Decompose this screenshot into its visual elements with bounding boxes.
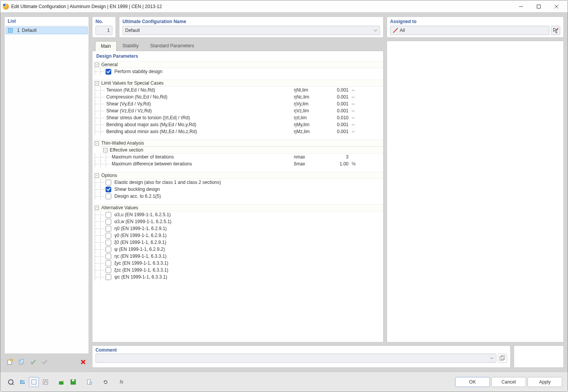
param-value[interactable]: 0.001 [319, 129, 350, 134]
checkbox[interactable] [106, 69, 111, 75]
reset-button[interactable] [101, 377, 111, 387]
function-button[interactable]: fx [117, 377, 127, 387]
param-symbol: ηNt,lim [292, 87, 319, 93]
param-row: ξzc (EN 1999-1-1, 6.3.3.1) [92, 267, 383, 274]
tabs: Main Stability Standard Parameters [92, 41, 384, 51]
checkbox[interactable] [106, 212, 111, 218]
checkbox[interactable] [106, 233, 111, 239]
param-value[interactable]: 0.001 [319, 87, 350, 93]
comment-preview [514, 345, 564, 368]
group-header[interactable]: −Thin-Walled Analysis [92, 140, 383, 147]
clipboard-button[interactable] [84, 377, 94, 387]
group-header[interactable]: −General [92, 61, 383, 68]
checkbox[interactable] [106, 219, 111, 225]
param-label: η0 (EN 1999-1-1, 6.2.9.1) [114, 226, 381, 231]
load-button[interactable] [57, 377, 67, 387]
param-label: α3,w (EN 1999-1-1, 6.2.5.1) [114, 219, 381, 224]
svg-rect-1 [537, 5, 541, 8]
param-label: Maximum number of iterations [111, 154, 292, 160]
checkbox[interactable] [106, 193, 111, 199]
uncheck-all-button[interactable] [40, 357, 50, 367]
param-value[interactable]: 0.010 [319, 115, 350, 120]
svg-rect-27 [72, 380, 74, 381]
list-item-default[interactable]: 1 Default [5, 27, 88, 34]
save-button[interactable] [68, 377, 78, 387]
preview-panel [387, 41, 564, 342]
maximize-button[interactable] [530, 0, 548, 13]
group-label: Effective section [110, 147, 381, 153]
param-row: Maximum number of iterationsnmax3 [92, 153, 383, 160]
no-value: 1 [107, 28, 110, 33]
comment-field[interactable] [96, 354, 496, 363]
param-value[interactable]: 0.001 [319, 101, 350, 107]
param-label: ξyc (EN 1999-1-1, 6.3.3.1) [114, 260, 381, 266]
group-header[interactable]: −Alternative Values [92, 204, 383, 211]
checkbox[interactable] [106, 240, 111, 245]
collapse-icon: − [95, 173, 99, 178]
group-header[interactable]: −Options [92, 172, 383, 179]
app-icon [3, 3, 9, 10]
checkbox[interactable] [106, 187, 111, 192]
checkbox[interactable] [106, 247, 111, 252]
copy-button[interactable] [17, 357, 27, 367]
param-label: Maximum difference between iterations [111, 161, 292, 167]
assigned-field[interactable]: All [390, 26, 550, 35]
list-header: List [5, 17, 89, 26]
check-all-button[interactable] [28, 357, 38, 367]
param-label: α3,u (EN 1999-1-1, 6.2.5.1) [114, 212, 381, 217]
param-unit: -- [350, 87, 381, 93]
units-button[interactable]: 0,00 [17, 377, 27, 387]
group-label: Options [101, 173, 381, 178]
checkbox[interactable] [106, 180, 111, 185]
group-header[interactable]: −Limit Values for Special Cases [92, 80, 383, 87]
param-value[interactable]: 0.001 [319, 122, 350, 127]
param-row: Tension (Nt,Ed / No,Rd)ηNt,lim0.001-- [92, 87, 383, 93]
tab-main[interactable]: Main [95, 41, 117, 51]
param-value[interactable]: 0.001 [319, 108, 350, 113]
checkbox[interactable] [106, 254, 111, 259]
graphic-button[interactable] [40, 377, 50, 387]
checkbox[interactable] [106, 274, 111, 280]
config-name-field[interactable]: Default [122, 26, 380, 35]
chevron-down-icon [374, 28, 377, 32]
param-label: Tension (Nt,Ed / No,Rd) [106, 87, 292, 93]
minimize-button[interactable] [512, 0, 530, 13]
svg-rect-15 [500, 356, 503, 360]
no-field[interactable]: 1 [96, 26, 112, 35]
param-row: α3,u (EN 1999-1-1, 6.2.5.1) [92, 211, 383, 218]
checkbox[interactable] [106, 226, 111, 232]
svg-rect-25 [59, 382, 63, 384]
tab-stability[interactable]: Stability [117, 41, 144, 51]
ok-button[interactable]: OK [455, 377, 490, 387]
param-symbol: ηNc,lim [292, 94, 319, 100]
checkbox[interactable] [106, 267, 111, 273]
close-button[interactable] [548, 0, 565, 13]
group-header[interactable]: −Effective section [101, 147, 383, 153]
view-button[interactable] [29, 377, 39, 387]
param-symbol: δmax [292, 161, 319, 167]
apply-button[interactable]: Apply [528, 377, 562, 387]
param-value[interactable]: 0.001 [319, 94, 350, 100]
select-members-button[interactable] [551, 26, 560, 35]
collapse-icon: − [95, 81, 99, 85]
param-value[interactable]: 3 [319, 154, 350, 160]
param-value[interactable]: 1.00 [319, 161, 350, 167]
param-label: Shear stress due to torsion (|τt,Ed| / τ… [106, 115, 292, 120]
help-button[interactable] [6, 377, 16, 387]
new-button[interactable] [5, 357, 15, 367]
checkbox[interactable] [106, 260, 111, 266]
tab-standard-parameters[interactable]: Standard Parameters [144, 41, 200, 51]
param-label: γ0 (EN 1999-1-1, 6.2.9.1) [114, 233, 381, 238]
list-item-color-icon [8, 28, 13, 33]
collapse-icon: − [95, 141, 99, 145]
param-symbol: nmax [292, 154, 319, 160]
param-row: Bending about minor axis (Mz,Ed / Mo,z,R… [92, 128, 383, 135]
comment-library-button[interactable] [498, 354, 507, 363]
delete-button[interactable] [78, 357, 88, 367]
param-label: Perform stability design [114, 69, 381, 74]
param-label: Design acc. to 6.2.1(5) [114, 193, 381, 199]
cancel-button[interactable]: Cancel [491, 377, 526, 387]
config-name-value: Default [125, 28, 140, 33]
svg-point-11 [393, 32, 394, 33]
list-toolbar [4, 356, 89, 368]
